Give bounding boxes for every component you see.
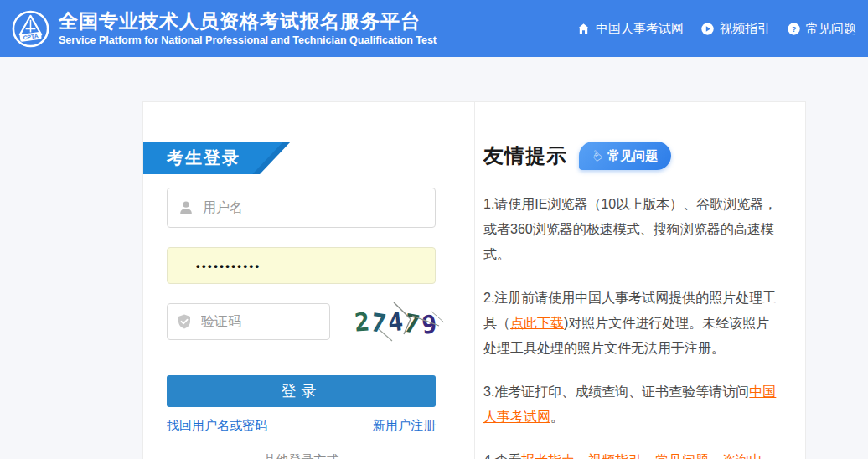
shield-check-icon <box>176 313 193 330</box>
login-banner: 考生登录 <box>143 142 291 174</box>
username-input[interactable] <box>203 200 425 215</box>
tips-header: 友情提示 ☝ 常见问题 <box>483 142 782 170</box>
tips-panel: 友情提示 ☝ 常见问题 1.请使用IE浏览器（10以上版本）、谷歌浏览器，或者3… <box>462 102 805 459</box>
tip-text: 3.准考证打印、成绩查询、证书查验等请访问 <box>483 384 749 399</box>
tip-text: 4.查看 <box>483 453 521 459</box>
brand: CPTA 全国专业技术人员资格考试报名服务平台 Service Platform… <box>11 9 576 49</box>
tip-text: 、 <box>642 453 655 459</box>
tip-item-2: 2.注册前请使用中国人事考试网提供的照片处理工具（点此下载)对照片文件进行处理。… <box>483 286 782 361</box>
password-input[interactable] <box>167 247 436 284</box>
svg-text:?: ? <box>792 24 797 33</box>
nav-link-faq[interactable]: ? 常见问题 <box>787 21 856 37</box>
top-header: CPTA 全国专业技术人员资格考试报名服务平台 Service Platform… <box>0 0 868 57</box>
captcha-image[interactable]: 2 7 4 7 9 <box>345 301 446 343</box>
nav-label: 中国人事考试网 <box>596 21 684 37</box>
login-links: 找回用户名或密码 新用户注册 <box>167 418 436 434</box>
vertical-divider <box>474 102 475 459</box>
tip-item-4: 4.查看报考指南、视频指引、常见问题、咨询电话。 <box>483 448 782 459</box>
login-panel: 考生登录 2 <box>143 102 462 459</box>
forgot-credentials-link[interactable]: 找回用户名或密码 <box>167 418 267 434</box>
top-nav: 中国人事考试网 视频指引 ? 常见问题 <box>576 21 856 37</box>
nav-label: 视频指引 <box>720 21 770 37</box>
download-link[interactable]: 点此下载 <box>510 316 564 330</box>
play-circle-icon <box>700 22 715 36</box>
tip-text: 、 <box>709 453 722 459</box>
tip-item-3: 3.准考证打印、成绩查询、证书查验等请访问中国人事考试网。 <box>483 379 782 430</box>
main-card: 考生登录 2 <box>142 101 806 459</box>
nav-link-cpta-site[interactable]: 中国人事考试网 <box>576 21 684 37</box>
nav-label: 常见问题 <box>806 21 856 37</box>
pointing-hand-icon: ☝ <box>589 147 605 164</box>
faq-badge-label: 常见问题 <box>607 148 658 164</box>
register-link[interactable]: 新用户注册 <box>373 418 436 434</box>
cpta-logo: CPTA <box>11 9 50 49</box>
captcha-digit: 9 <box>421 309 437 339</box>
video-guide-link[interactable]: 视频指引 <box>588 453 642 459</box>
home-icon <box>576 22 591 36</box>
banner-label: 考生登录 <box>143 147 240 169</box>
captcha-digit: 7 <box>369 307 388 338</box>
login-button[interactable]: 登录 <box>167 375 436 407</box>
nav-link-video-guide[interactable]: 视频指引 <box>700 21 770 37</box>
user-icon <box>178 199 194 216</box>
faq-badge[interactable]: ☝ 常见问题 <box>579 142 671 170</box>
username-field <box>167 188 436 228</box>
page-title: 全国专业技术人员资格考试报名服务平台 <box>59 10 437 32</box>
other-login-label: 其他登录方式 <box>264 452 339 459</box>
tip-text: 1.请使用IE浏览器（10以上版本）、谷歌浏览器，或者360浏览器的极速模式、搜… <box>483 197 777 261</box>
captcha-row: 2 7 4 7 9 <box>167 301 436 343</box>
captcha-field <box>167 303 330 340</box>
exam-guide-link[interactable]: 报考指南 <box>521 453 575 459</box>
captcha-digit: 7 <box>402 307 422 339</box>
faq-link[interactable]: 常见问题 <box>655 453 709 459</box>
tip-text: 、 <box>575 453 588 459</box>
captcha-input[interactable] <box>201 314 321 329</box>
other-login-divider: 其他登录方式 <box>167 452 436 459</box>
captcha-digit: 2 <box>353 307 370 337</box>
brand-text: 全国专业技术人员资格考试报名服务平台 Service Platform for … <box>59 10 437 47</box>
tips-heading: 友情提示 <box>483 142 567 169</box>
page-subtitle: Service Platform for National Profession… <box>59 34 437 47</box>
tip-text: 。 <box>550 410 564 424</box>
tip-item-1: 1.请使用IE浏览器（10以上版本）、谷歌浏览器，或者360浏览器的极速模式、搜… <box>483 192 782 267</box>
question-circle-icon: ? <box>787 22 801 36</box>
